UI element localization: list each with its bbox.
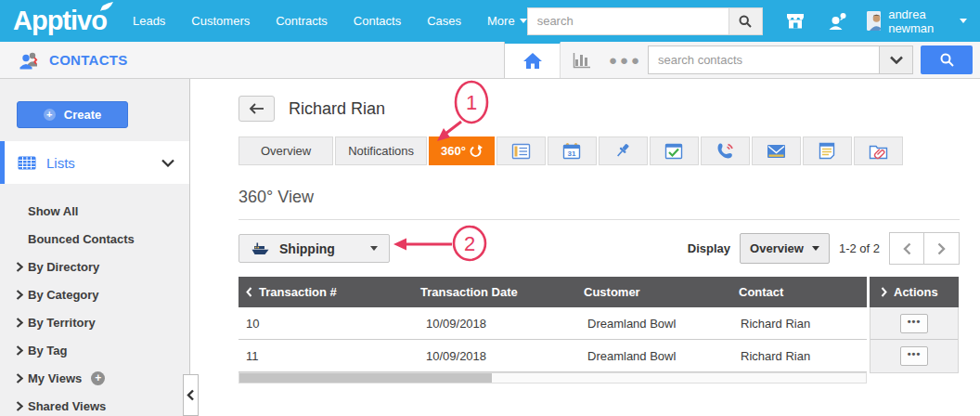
sidebar-item-lists[interactable]: Lists — [0, 141, 189, 184]
sidebar-item-my-views[interactable]: My Views+ — [16, 364, 189, 392]
leaf-icon — [99, 1, 114, 12]
home-tab[interactable] — [505, 42, 561, 78]
apptivo-logo[interactable]: Apptivo — [13, 6, 120, 36]
contacts-search — [648, 46, 973, 74]
table-row[interactable]: 10 10/09/2018 Dreamland Bowl Richard Ria… — [239, 307, 867, 340]
tab-follow-ups[interactable] — [599, 136, 648, 165]
cell-transaction-date: 10/09/2018 — [398, 317, 561, 331]
chevron-right-icon — [881, 287, 887, 297]
sidebar-item-show-all[interactable]: Show All — [16, 197, 189, 225]
sidebar-item-label: By Territory — [28, 316, 96, 330]
tab-360-view[interactable]: 360° — [429, 136, 495, 165]
actions-cell: ••• — [870, 340, 958, 372]
sidebar-item-by-category[interactable]: By Category — [16, 280, 189, 308]
tab-documents[interactable] — [854, 136, 903, 165]
help-button[interactable] — [828, 12, 848, 31]
reports-button[interactable] — [561, 51, 603, 69]
shipping-dropdown[interactable]: Shipping — [239, 234, 390, 263]
sidebar-item-by-territory[interactable]: By Territory — [16, 308, 189, 336]
more-options-button[interactable]: ●●● — [603, 52, 648, 68]
tab-overview[interactable]: Overview — [239, 136, 333, 165]
actions-column: Actions ••• ••• — [870, 277, 959, 384]
calendar-icon: 31 — [562, 142, 581, 160]
cell-customer: Dreamland Bowl — [561, 317, 716, 331]
tab-notes[interactable] — [803, 136, 852, 165]
table-row[interactable]: 11 10/09/2018 Dreamland Bowl Richard Ria… — [239, 340, 867, 372]
sidebar-collapse-handle[interactable] — [183, 374, 199, 416]
user-menu[interactable]: andrea newman — [867, 7, 967, 35]
global-search-input[interactable] — [527, 7, 729, 35]
view-controls: Shipping Display Overview 1-2 of 2 — [239, 232, 960, 265]
contacts-search-input[interactable] — [648, 46, 880, 74]
app-store-button[interactable] — [785, 12, 806, 30]
nav-contacts[interactable]: Contacts — [354, 14, 401, 28]
cell-contact: Richard Rian — [716, 349, 867, 363]
chevron-right-icon — [16, 345, 23, 356]
tab-news-feed[interactable] — [496, 136, 546, 165]
sidebar: + Create Lists Show All Bounced Contacts… — [0, 79, 190, 416]
display-controls: Display Overview 1-2 of 2 — [688, 232, 960, 265]
horizontal-scrollbar[interactable] — [239, 372, 867, 384]
pin-icon — [613, 142, 632, 160]
search-icon — [939, 52, 955, 68]
app-toolbar: ●●● — [504, 42, 980, 78]
cell-transaction-number: 11 — [239, 349, 398, 363]
tab-calls[interactable] — [701, 136, 750, 165]
row-actions-button[interactable]: ••• — [900, 346, 928, 366]
contacts-search-button[interactable] — [921, 46, 973, 74]
record-tabs: Overview Notifications 360° 31 — [239, 136, 960, 165]
nav-contracts[interactable]: Contracts — [276, 14, 328, 28]
top-bar: Apptivo Leads Customers Contracts Contac… — [0, 0, 980, 42]
nav-more[interactable]: More — [487, 14, 527, 28]
news-feed-icon — [511, 143, 531, 160]
app-title: CONTACTS — [19, 42, 128, 78]
scrollbar-thumb[interactable] — [239, 373, 492, 383]
chevron-down-icon — [960, 19, 967, 23]
tab-notifications[interactable]: Notifications — [335, 136, 427, 165]
sidebar-item-bounced-contacts[interactable]: Bounced Contacts — [16, 225, 189, 253]
previous-page-button[interactable] — [889, 232, 924, 265]
row-actions-button[interactable]: ••• — [900, 314, 928, 333]
apptivo-logo-text: Apptivo — [13, 6, 107, 35]
sidebar-item-by-directory[interactable]: By Directory — [16, 253, 189, 280]
notes-icon — [819, 142, 835, 160]
nav-leads[interactable]: Leads — [133, 14, 165, 28]
tab-tasks[interactable] — [650, 136, 699, 165]
nav-cases[interactable]: Cases — [427, 14, 461, 28]
folder-paperclip-icon — [869, 143, 888, 160]
section-title: 360° View — [239, 188, 960, 207]
column-transaction-number[interactable]: Transaction # — [239, 285, 398, 299]
main-content: Richard Rian Overview Notifications 360°… — [190, 79, 980, 416]
back-button[interactable] — [239, 96, 275, 122]
next-page-button[interactable] — [924, 232, 960, 265]
search-icon — [738, 14, 753, 29]
display-dropdown[interactable]: Overview — [740, 233, 830, 264]
sidebar-item-shared-views[interactable]: Shared Views — [16, 392, 189, 416]
store-icon — [785, 12, 806, 30]
tab-calendar[interactable]: 31 — [548, 136, 597, 165]
actions-cell: ••• — [870, 307, 958, 340]
column-transaction-date[interactable]: Transaction Date — [398, 285, 561, 299]
column-label: Transaction Date — [420, 285, 518, 299]
sidebar-lists-label: Lists — [46, 155, 75, 171]
record-range: 1-2 of 2 — [839, 241, 880, 255]
tab-emails[interactable] — [752, 136, 801, 165]
global-search-button[interactable] — [729, 7, 763, 35]
add-view-button[interactable]: + — [91, 371, 105, 385]
chevron-down-icon — [520, 19, 527, 23]
svg-text:31: 31 — [568, 150, 576, 158]
column-customer[interactable]: Customer — [561, 285, 716, 299]
table-header: Transaction # Transaction Date Customer … — [239, 277, 867, 307]
create-button[interactable]: + Create — [17, 101, 128, 128]
nav-customers[interactable]: Customers — [191, 14, 250, 28]
contacts-app-icon — [19, 51, 41, 70]
column-actions[interactable]: Actions — [870, 277, 959, 307]
search-options-button[interactable] — [880, 46, 913, 74]
record-title: Richard Rian — [289, 99, 385, 119]
bar-chart-icon — [572, 51, 592, 69]
sidebar-item-label: By Category — [28, 288, 99, 302]
top-navigation: Leads Customers Contracts Contacts Cases… — [133, 14, 527, 28]
sidebar-item-by-tag[interactable]: By Tag — [16, 336, 189, 364]
column-contact[interactable]: Contact — [716, 285, 867, 299]
chevron-right-icon — [937, 242, 946, 255]
